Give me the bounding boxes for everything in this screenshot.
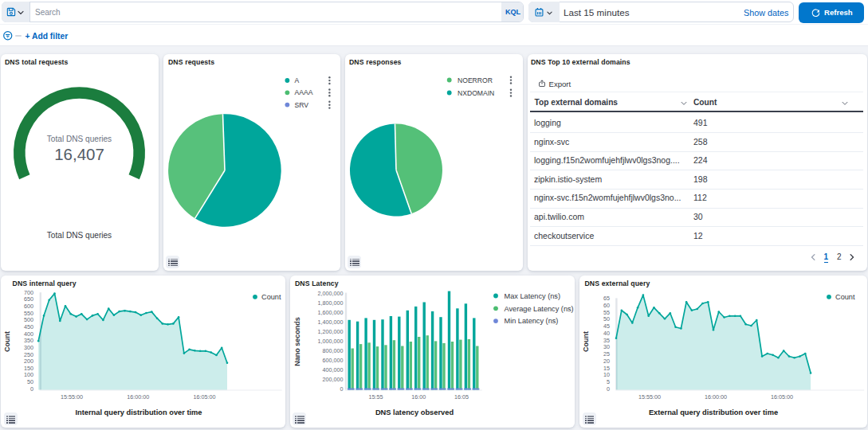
svg-text:0: 0 [340,385,343,392]
svg-text:550: 550 [24,309,33,316]
svg-text:Total DNS queries: Total DNS queries [47,231,112,240]
svg-text:1,800,000: 1,800,000 [317,299,343,306]
svg-text:Count: Count [3,331,11,352]
svg-text:15:55: 15:55 [368,393,383,400]
svg-text:15:55:00: 15:55:00 [638,393,661,400]
svg-text:600,000: 600,000 [322,356,343,363]
svg-text:16:00:00: 16:00:00 [705,393,727,400]
svg-text:Count: Count [261,293,281,301]
svg-text:Max Latency (ns): Max Latency (ns) [504,291,560,299]
svg-text:16,407: 16,407 [54,145,104,163]
svg-text:NXDOMAIN: NXDOMAIN [458,89,494,97]
svg-text:600: 600 [24,303,33,310]
svg-text:1,200,000: 1,200,000 [317,327,343,334]
svg-text:30: 30 [603,343,610,350]
svg-text:500: 500 [24,316,33,323]
svg-text:10: 10 [603,371,610,378]
svg-text:5: 5 [607,378,610,385]
svg-text:Count: Count [835,293,855,301]
svg-text:35: 35 [603,336,610,343]
svg-text:100: 100 [24,371,33,378]
svg-text:Average Latency (ns): Average Latency (ns) [504,304,573,312]
svg-text:650: 650 [24,295,33,303]
svg-text:SRV: SRV [295,101,309,109]
svg-text:16:05:00: 16:05:00 [194,393,216,400]
svg-text:16:00: 16:00 [411,393,426,400]
svg-text:65: 65 [603,295,610,302]
svg-text:1,000,000: 1,000,000 [317,337,343,344]
svg-text:Total DNS queries: Total DNS queries [47,135,112,143]
svg-text:2,000,000: 2,000,000 [317,289,343,296]
svg-text:Min Latency (ns): Min Latency (ns) [504,317,558,325]
svg-text:400,000: 400,000 [322,366,343,373]
svg-text:350: 350 [24,337,33,344]
svg-text:20: 20 [603,357,610,364]
svg-text:50: 50 [27,378,33,385]
svg-text:15:55:00: 15:55:00 [61,393,83,400]
svg-text:250: 250 [24,350,33,358]
svg-text:External query distribution ov: External query distribution over time [649,408,778,416]
svg-text:AAAA: AAAA [295,88,313,96]
svg-text:A: A [295,76,300,84]
svg-text:0: 0 [607,385,610,392]
svg-text:1,400,000: 1,400,000 [317,318,343,325]
svg-text:DNS latency observed: DNS latency observed [375,408,453,416]
svg-text:16:05:00: 16:05:00 [771,393,793,400]
svg-text:Nano seconds: Nano seconds [293,317,301,366]
svg-text:300: 300 [24,343,33,350]
svg-text:Count: Count [582,331,590,352]
svg-text:700: 700 [24,288,33,295]
svg-text:0: 0 [30,385,33,392]
svg-text:NOERROR: NOERROR [458,76,493,84]
svg-text:400: 400 [24,330,33,337]
svg-text:150: 150 [24,364,33,371]
svg-text:800,000: 800,000 [322,346,343,354]
svg-text:450: 450 [24,323,33,330]
svg-text:60: 60 [603,301,610,308]
svg-text:45: 45 [603,322,610,330]
svg-text:15: 15 [603,364,610,371]
svg-text:200: 200 [24,358,33,365]
svg-text:50: 50 [603,315,610,322]
svg-text:200,000: 200,000 [322,375,343,382]
svg-text:1,600,000: 1,600,000 [317,308,343,315]
svg-text:55: 55 [603,308,610,315]
svg-text:16:05: 16:05 [454,393,469,400]
svg-text:25: 25 [603,350,610,358]
svg-text:16:00:00: 16:00:00 [127,393,149,400]
svg-text:40: 40 [603,329,610,336]
svg-text:Internal query distribution ov: Internal query distribution over time [75,408,202,416]
